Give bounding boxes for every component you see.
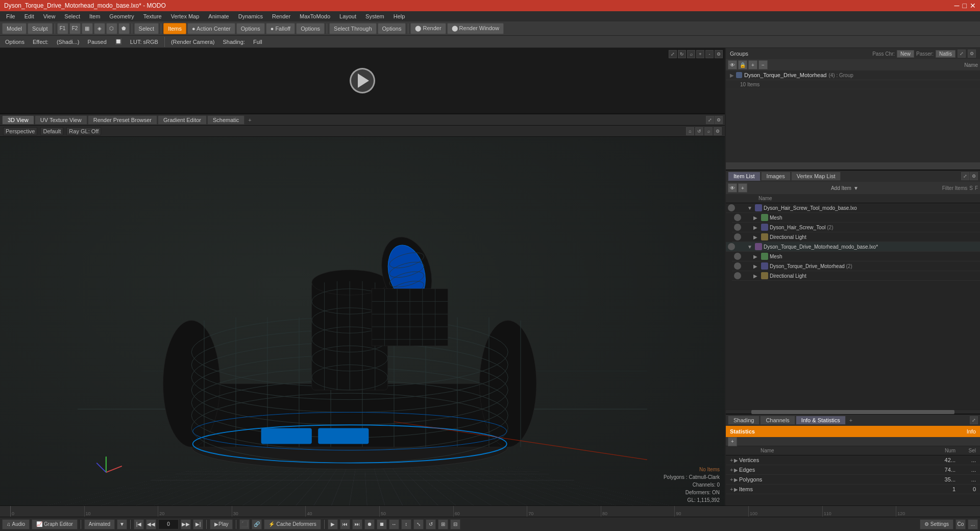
itemlist-scrollbar[interactable] xyxy=(726,409,980,414)
item-expand-4[interactable]: ▶ xyxy=(753,234,760,240)
item-row-6[interactable]: ▶ Mesh xyxy=(732,252,980,261)
item-expand-7[interactable]: ▶ xyxy=(753,263,760,269)
select-through-btn[interactable]: Select Through xyxy=(329,23,376,34)
graph-editor-btn[interactable]: 📈 Graph Editor xyxy=(32,519,78,529)
menu-item[interactable]: Item xyxy=(85,12,104,20)
frame-input[interactable] xyxy=(158,519,179,529)
bb-icon-3[interactable]: ⏮ xyxy=(340,519,350,529)
step-forward-btn[interactable]: ▶▶ xyxy=(181,519,191,529)
item-eye-5[interactable] xyxy=(728,243,735,250)
itemlist-scrollbar-thumb[interactable] xyxy=(751,410,954,414)
item-eye-4[interactable] xyxy=(734,233,741,240)
item-row-4[interactable]: ▶ Directional Light xyxy=(732,232,980,242)
sculpt-btn[interactable]: Sculpt xyxy=(28,23,53,34)
tab-schematic[interactable]: Schematic xyxy=(207,115,244,125)
menu-maxtomodo[interactable]: MaxToModo xyxy=(296,12,334,20)
menu-system[interactable]: System xyxy=(361,12,388,20)
item-expand-6[interactable]: ▶ xyxy=(753,254,760,259)
settings-btn[interactable]: ⚙ Settings xyxy=(920,519,953,529)
bb-icon-4[interactable]: ⏭ xyxy=(352,519,362,529)
add-item-dropdown[interactable]: ▼ xyxy=(853,185,859,191)
item-row-1[interactable]: ▼ Dyson_Hair_Screw_Tool_modo_base.lxo xyxy=(726,203,980,213)
info-label[interactable]: Info xyxy=(967,428,976,435)
bb-play-icon[interactable]: ▶ xyxy=(328,519,338,529)
bb-dot-btn[interactable]: ... xyxy=(968,519,978,529)
f1-btn[interactable]: F1 xyxy=(57,23,68,34)
items-btn[interactable]: Items xyxy=(163,23,186,34)
tb2-options[interactable]: Options xyxy=(2,38,28,46)
tab-images[interactable]: Images xyxy=(761,172,791,181)
bb-icon-10[interactable]: ↺ xyxy=(426,519,436,529)
bb-icon-11[interactable]: ⊞ xyxy=(438,519,448,529)
preview-zoom-out-icon[interactable]: - xyxy=(705,50,714,58)
edges-expand[interactable]: ▶ xyxy=(734,467,738,473)
select-btn[interactable]: Select xyxy=(134,23,159,34)
item-eye-2[interactable] xyxy=(734,214,741,221)
item-eye-8[interactable] xyxy=(734,272,741,279)
item-expand-2[interactable]: ▶ xyxy=(753,215,760,221)
menu-animate[interactable]: Animate xyxy=(204,12,233,20)
vp-orbit-icon[interactable]: ↺ xyxy=(695,127,703,135)
menu-select[interactable]: Select xyxy=(60,12,84,20)
stats-tab-add[interactable]: + xyxy=(846,416,855,424)
preview-search-icon[interactable]: ⌕ xyxy=(687,50,695,58)
tb2-effect-value[interactable]: (Shadi...) xyxy=(54,38,83,46)
polygons-plus[interactable]: + xyxy=(730,476,733,482)
viewport-tab-expand[interactable]: ⤢ xyxy=(706,116,714,124)
tool-1[interactable]: ▦ xyxy=(82,23,93,34)
menu-dynamics[interactable]: Dynamics xyxy=(234,12,267,20)
item-row-3[interactable]: ▶ Dyson_Hair_Screw_Tool (2) xyxy=(732,223,980,232)
bb-icon-9[interactable]: ⤡ xyxy=(413,519,424,529)
bb-icon-12[interactable]: ⊟ xyxy=(450,519,460,529)
vp-camera-label[interactable]: Default xyxy=(40,127,63,135)
tab-renderbrowser[interactable]: Render Preset Browser xyxy=(88,115,157,125)
menu-render[interactable]: Render xyxy=(268,12,295,20)
vp-perspective-label[interactable]: Perspective xyxy=(3,127,37,135)
stat-row-items[interactable]: + ▶ Items 1 0 xyxy=(726,485,980,494)
audio-btn[interactable]: ♫ Audio xyxy=(2,519,30,529)
menu-layout[interactable]: Layout xyxy=(335,12,360,20)
item-expand-3[interactable]: ▶ xyxy=(753,225,760,230)
forward-to-end-btn[interactable]: ▶| xyxy=(193,519,203,529)
viewport-tab-settings[interactable]: ⚙ xyxy=(715,116,723,124)
stat-row-vertices[interactable]: + ▶ Vertices 42... ... xyxy=(726,455,980,465)
gt-minus-btn[interactable]: − xyxy=(758,60,768,69)
item-eye-3[interactable] xyxy=(734,224,741,231)
stats-expand-icon[interactable]: ⤢ xyxy=(970,416,978,424)
tab-vertexmaplist[interactable]: Vertex Map List xyxy=(791,172,841,181)
item-eye-7[interactable] xyxy=(734,262,741,270)
cache-deformers-btn[interactable]: ⚡ Cache Deformers xyxy=(264,519,321,529)
vertices-expand[interactable]: ▶ xyxy=(734,457,738,463)
tool-2[interactable]: ◈ xyxy=(94,23,105,34)
groups-natlis-btn[interactable]: Natlis xyxy=(936,50,955,58)
stat-row-edges[interactable]: + ▶ Edges 74... ... xyxy=(726,465,980,475)
tb2-paused[interactable]: Paused xyxy=(85,38,110,46)
options2-btn[interactable]: Options xyxy=(296,23,325,34)
render-window-btn[interactable]: ⬤ Render Window xyxy=(447,23,504,34)
tab-3dview[interactable]: 3D View xyxy=(2,115,34,125)
close-btn[interactable]: ✕ xyxy=(970,2,976,10)
groups-new-btn[interactable]: New xyxy=(897,50,914,58)
rewind-to-start-btn[interactable]: |◀ xyxy=(134,519,144,529)
bb-icon-1[interactable]: ⬛ xyxy=(239,519,250,529)
animated-btn[interactable]: Animated xyxy=(84,519,115,529)
bb-dropdown-icon[interactable]: ▼ xyxy=(117,519,127,529)
stat-row-polygons[interactable]: + ▶ Polygons 35... ... xyxy=(726,475,980,485)
polygons-expand[interactable]: ▶ xyxy=(734,477,738,482)
bb-icon-7[interactable]: ↔ xyxy=(389,519,399,529)
falloff-btn[interactable]: ● Falloff xyxy=(266,23,295,34)
item-expand-5[interactable]: ▼ xyxy=(747,244,753,250)
bb-icon-2[interactable]: 🔗 xyxy=(252,519,262,529)
timeline-inner[interactable]: 0 10 20 30 40 50 60 70 8 xyxy=(0,506,980,517)
bb-co-btn[interactable]: Co xyxy=(955,519,966,529)
tb2-camera[interactable]: (Render Camera) xyxy=(168,38,218,46)
preview-settings-icon[interactable]: ⚙ xyxy=(715,50,723,58)
options3-btn[interactable]: Options xyxy=(378,23,406,34)
tool-3[interactable]: ⬡ xyxy=(106,23,117,34)
f2-btn[interactable]: F2 xyxy=(69,23,81,34)
preview-refresh-icon[interactable]: ↻ xyxy=(678,50,686,58)
bb-icon-6[interactable]: ⏹ xyxy=(377,519,387,529)
minimize-btn[interactable]: ─ xyxy=(954,2,960,10)
tab-channels[interactable]: Channels xyxy=(760,416,795,425)
bb-icon-8[interactable]: ↕ xyxy=(401,519,411,529)
